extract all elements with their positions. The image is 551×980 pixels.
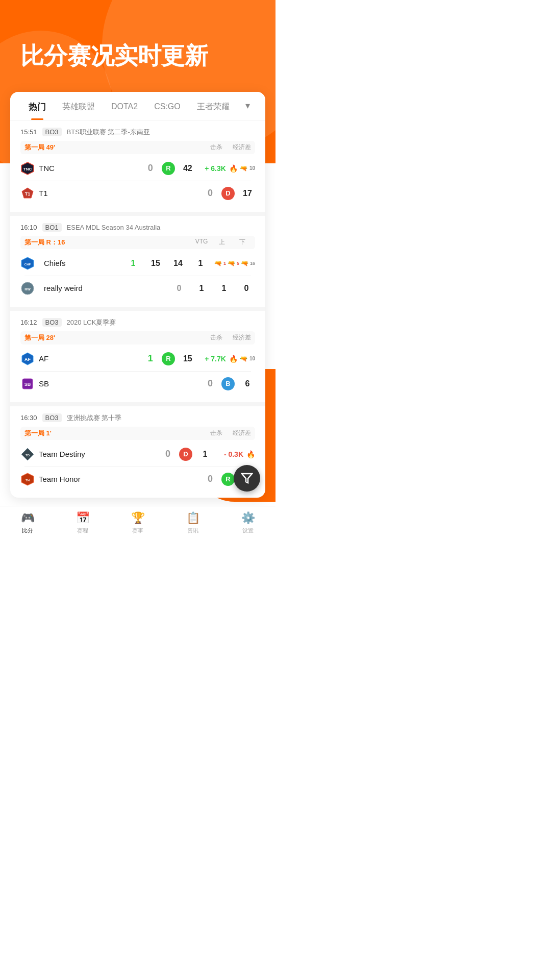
match-time-1: 15:51 xyxy=(20,128,37,136)
nav-item-events[interactable]: 🏆 赛事 xyxy=(110,511,165,534)
fire-icon-af: 🔥 xyxy=(229,355,238,363)
match-bo-3: BO3 xyxy=(42,318,62,327)
gun-icons-chiefs: 🔫 1 🔫 5 🔫 16 xyxy=(214,260,255,267)
team-name-t1: T1 xyxy=(39,189,90,198)
stat-kills-4: 击杀 xyxy=(210,429,222,437)
team-row-sb[interactable]: SB SB 0 B 6 xyxy=(20,374,255,394)
match-league-1: BTS职业联赛 第二季-东南亚 xyxy=(67,128,150,137)
fire-icon-destiny: 🔥 xyxy=(246,450,255,458)
divider-4 xyxy=(24,467,251,467)
team-score-honor: 0 xyxy=(204,474,216,484)
team-row-chiefs[interactable]: CHF Chiefs 1 15 14 1 🔫 1 🔫 5 🔫 16 xyxy=(20,253,255,274)
svg-text:SB: SB xyxy=(24,382,31,387)
team-rows-4: TD Team Destiny 0 D 1 - 0.3K 🔥 TH xyxy=(20,444,255,489)
match-block-4: 16:30 BO3 亚洲挑战赛 第十季 第一局 1' 击杀 经济差 TD Tea… xyxy=(10,406,265,498)
team-name-tnc: TNC xyxy=(39,164,90,173)
filter-button[interactable] xyxy=(234,465,260,492)
nav-label-schedule: 赛程 xyxy=(77,527,88,534)
team-logo-sb: SB xyxy=(20,377,35,391)
match-time-2: 16:10 xyxy=(20,224,37,231)
nav-item-settings[interactable]: ⚙️ 设置 xyxy=(220,511,276,534)
team-logo-tnc: TNC xyxy=(20,161,35,176)
match-time-3: 16:12 xyxy=(20,318,37,326)
match-league-3: 2020 LCK夏季赛 xyxy=(67,318,116,327)
extra-tnc: 🔥 🔫 10 xyxy=(229,164,255,173)
nav-item-news[interactable]: 📋 资讯 xyxy=(165,511,220,534)
hero-title: 比分赛况实时更新 xyxy=(0,0,276,92)
nav-icon-news: 📋 xyxy=(186,511,200,525)
team-logo-t1: T1 xyxy=(20,186,35,201)
svg-text:T1: T1 xyxy=(25,191,31,197)
round-stats-1: 击杀 经济差 xyxy=(210,143,251,152)
team-row-t1[interactable]: T1 T1 0 D 17 xyxy=(20,183,255,204)
stat-kills-3: 击杀 xyxy=(210,333,222,342)
round-label-3: 第一局 28' xyxy=(24,333,210,342)
team-name-sb: SB xyxy=(39,379,90,388)
nav-item-schedule[interactable]: 📅 赛程 xyxy=(55,511,110,534)
team-score-chiefs: 1 xyxy=(124,259,142,268)
team-row-tnc[interactable]: TNC TNC 0 R 42 + 6.3K 🔥 🔫 10 xyxy=(20,158,255,179)
icon-badge-tnc: 10 xyxy=(249,165,255,171)
down-chiefs: 1 xyxy=(192,259,209,268)
nav-item-scores[interactable]: 🎮 比分 xyxy=(0,511,55,534)
econ-destiny: - 0.3K xyxy=(213,450,243,458)
main-card: 热门 英雄联盟 DOTA2 CS:GO 王者荣耀 ▾ 15:51 BO3 BTS… xyxy=(10,92,265,498)
tab-dota2[interactable]: DOTA2 xyxy=(103,93,146,118)
team-name-af: AF xyxy=(39,354,90,363)
extra-af: 🔥 🔫 10 xyxy=(229,355,255,363)
gun1-chiefs: 🔫 xyxy=(214,260,222,267)
stat-econ-3: 经济差 xyxy=(233,333,251,342)
side-badge-destiny: D xyxy=(179,448,192,461)
round-row-4: 第一局 1' 击杀 经济差 xyxy=(20,427,255,440)
nav-label-settings: 设置 xyxy=(242,527,254,534)
team-name-chiefs: Chiefs xyxy=(44,259,119,267)
side-badge-sb: B xyxy=(221,377,235,390)
round-label-4: 第一局 1' xyxy=(24,429,210,438)
vtg-h-vtg: VTG xyxy=(193,238,210,247)
side-badge-af: R xyxy=(162,352,175,365)
team-name-destiny: Team Destiny xyxy=(39,450,90,458)
nav-label-scores: 比分 xyxy=(22,527,33,534)
team-name-honor: Team Honor xyxy=(39,475,90,483)
match-league-4: 亚洲挑战赛 第十季 xyxy=(67,413,122,423)
svg-text:TD: TD xyxy=(26,454,30,457)
econ-tnc: + 6.3K xyxy=(195,164,226,173)
team-row-af[interactable]: AF AF 1 R 15 + 7.7K 🔥 🔫 10 xyxy=(20,349,255,369)
gun2-num: 5 xyxy=(237,261,239,266)
round-stats-3: 击杀 经济差 xyxy=(210,333,251,342)
divider-1 xyxy=(24,181,251,181)
match-time-4: 16:30 xyxy=(20,414,37,422)
bottom-nav: 🎮 比分 📅 赛程 🏆 赛事 📋 资讯 ⚙️ 设置 xyxy=(0,506,276,543)
gun-icon-tnc: 🔫 xyxy=(240,165,247,172)
team-score-sb: 0 xyxy=(204,378,216,389)
gun3-chiefs: 🔫 xyxy=(241,260,248,267)
down-weird: 0 xyxy=(238,284,255,293)
match-bo-1: BO3 xyxy=(42,128,62,136)
tab-hot[interactable]: 热门 xyxy=(20,92,54,120)
team-row-weird[interactable]: RW really weird 0 1 1 0 xyxy=(20,278,255,299)
kills-af: 15 xyxy=(180,354,195,363)
match-block-2: 16:10 BO1 ESEA MDL Season 34 Australia 第… xyxy=(10,216,265,311)
tab-csgo[interactable]: CS:GO xyxy=(146,93,189,118)
vtg-weird: 1 xyxy=(193,284,210,293)
nav-icon-scores: 🎮 xyxy=(21,511,35,525)
gun3-num: 16 xyxy=(250,261,255,266)
team-row-destiny[interactable]: TD Team Destiny 0 D 1 - 0.3K 🔥 xyxy=(20,444,255,464)
icon-badge-af: 10 xyxy=(249,356,255,361)
extra-destiny: 🔥 xyxy=(246,450,255,458)
svg-text:TH: TH xyxy=(26,479,30,482)
team-logo-af: AF xyxy=(20,352,35,366)
gun-icon-af: 🔫 xyxy=(240,355,247,362)
nav-label-events: 赛事 xyxy=(132,527,143,534)
team-score-tnc: 0 xyxy=(144,163,157,174)
tab-lol[interactable]: 英雄联盟 xyxy=(54,92,103,119)
round-stats-4: 击杀 经济差 xyxy=(210,429,251,437)
gun2-chiefs: 🔫 xyxy=(228,260,235,267)
stat-econ-1: 经济差 xyxy=(233,143,251,152)
tab-wzry[interactable]: 王者荣耀 xyxy=(189,92,238,119)
team-rows-3: AF AF 1 R 15 + 7.7K 🔥 🔫 10 xyxy=(20,349,255,394)
svg-text:AF: AF xyxy=(24,357,31,362)
tab-dropdown-icon[interactable]: ▾ xyxy=(240,95,255,116)
team-row-honor[interactable]: TH Team Honor 0 R 0 xyxy=(20,469,255,489)
team-logo-destiny: TD xyxy=(20,447,35,461)
